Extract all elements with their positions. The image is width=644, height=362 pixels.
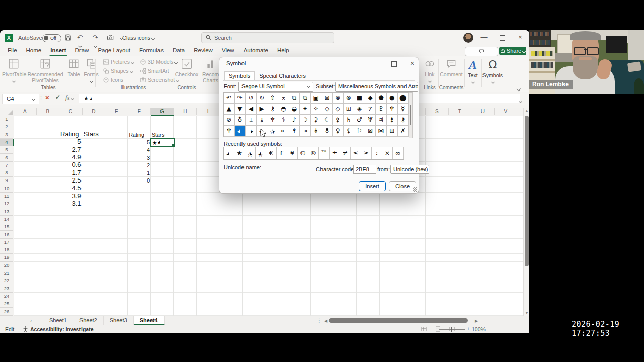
recent-symbol-cell[interactable]: ©	[298, 147, 308, 159]
tab-scroll-splitter[interactable]: ⋮	[317, 318, 322, 323]
ribbon-item-link[interactable]: Link	[422, 58, 438, 83]
column-header-C[interactable]: C	[59, 108, 83, 115]
sheet-tab-sheet1[interactable]: Sheet1	[43, 316, 73, 325]
symbol-cell[interactable]: ⊞	[387, 126, 398, 137]
select-all-corner[interactable]	[0, 108, 14, 116]
cell-C12[interactable]: 3.1	[59, 200, 83, 207]
symbol-cell[interactable]: ⚨	[321, 126, 333, 137]
cell-C4[interactable]: 5	[59, 138, 83, 145]
symbol-cell[interactable]: ⊘	[224, 115, 235, 126]
row-header-1[interactable]: 1	[0, 116, 13, 123]
symbol-cell[interactable]: ▼	[235, 104, 246, 115]
sheet-tab-sheet4[interactable]: Sheet4	[134, 316, 165, 325]
vertical-scroll-thumb[interactable]	[525, 116, 529, 266]
row-header-5[interactable]: 5	[0, 146, 13, 154]
cell-F7[interactable]: 2	[128, 162, 151, 169]
character-code-input[interactable]: 2BE8	[353, 165, 376, 174]
symbol-cell[interactable]: ⚳	[311, 115, 322, 126]
insert-button[interactable]: Insert	[359, 181, 386, 191]
row-header-12[interactable]: 12	[0, 200, 13, 208]
zoom-slider-thumb[interactable]	[451, 327, 452, 332]
ribbon-tab-insert[interactable]: Insert	[46, 45, 70, 56]
row-header-9[interactable]: 9	[0, 177, 13, 185]
symbol-cell[interactable]: ⚵	[387, 115, 398, 126]
symbol-cell[interactable]: ★	[246, 126, 257, 137]
symbol-cell[interactable]: ↟	[289, 126, 300, 137]
font-select[interactable]: Segoe UI Symbol	[238, 82, 313, 92]
cell-C9[interactable]: 2.5	[59, 176, 83, 184]
row-header-3[interactable]: 3	[0, 131, 13, 139]
symbol-cell[interactable]: ♂	[354, 115, 365, 126]
symbol-cell[interactable]: ◓	[278, 104, 289, 115]
hscroll-right-icon[interactable]: ▶	[475, 319, 478, 323]
row-header-7[interactable]: 7	[0, 162, 13, 169]
symbol-cell[interactable]: ♇	[376, 104, 387, 115]
recent-symbol-cell[interactable]: ™	[319, 147, 330, 159]
ribbon-tab-view[interactable]: View	[217, 45, 239, 56]
symbol-cell[interactable]: ♄	[344, 115, 355, 126]
ribbon-item-checkbox[interactable]: Checkbox	[172, 58, 201, 77]
row-header-19[interactable]: 19	[0, 254, 13, 261]
symbol-cell[interactable]: ◀	[246, 104, 257, 115]
column-header-D[interactable]: D	[83, 108, 106, 115]
formula-bar-expand-icon[interactable]	[519, 97, 522, 106]
ribbon-tab-review[interactable]: Review	[189, 45, 217, 56]
row-header-16[interactable]: 16	[0, 231, 13, 239]
ribbon-item-recommended-pivottables[interactable]: Recommended PivotTables	[25, 58, 65, 83]
close-button[interactable]: ×	[515, 33, 525, 41]
recent-symbol-cell[interactable]: ∞	[393, 147, 404, 159]
row-header-25[interactable]: 25	[0, 300, 13, 308]
redo-icon[interactable]: ↷	[91, 34, 100, 42]
row-header-22[interactable]: 22	[0, 277, 13, 285]
cell-D3[interactable]: Stars	[83, 130, 106, 138]
row-header-2[interactable]: 2	[0, 123, 13, 131]
dialog-close-icon[interactable]: ×	[407, 59, 418, 67]
symbol-cell[interactable]: ☆★	[267, 126, 278, 137]
symbol-cell[interactable]: ♀	[333, 126, 344, 137]
enter-icon[interactable]: ✓	[55, 94, 60, 101]
symbol-cell[interactable]: ⚷	[267, 104, 278, 115]
symbol-cell[interactable]: ♆	[387, 104, 398, 115]
horizontal-scroll-thumb[interactable]	[329, 318, 468, 323]
accessibility-status[interactable]: Accessibility: Investigate	[30, 326, 93, 332]
cell-G3[interactable]: Stars	[151, 131, 174, 139]
column-header-I[interactable]: I	[197, 108, 220, 115]
ribbon-tab-home[interactable]: Home	[22, 45, 46, 56]
row-headers[interactable]: 1234567891011121314151617181920212223242…	[0, 116, 14, 316]
recent-symbol-cell[interactable]: ☆★	[256, 147, 266, 159]
column-header-S[interactable]: S	[426, 108, 449, 115]
selected-cell-G4[interactable]: ★★	[150, 138, 175, 147]
row-header-21[interactable]: 21	[0, 269, 13, 277]
symbol-cell[interactable]: ♅	[365, 115, 376, 126]
column-header-U[interactable]: U	[471, 108, 495, 115]
recent-symbol-cell[interactable]: ★	[224, 147, 234, 159]
symbol-cell[interactable]: ⚸	[344, 126, 355, 137]
ribbon-item-table[interactable]: Table	[65, 58, 83, 77]
maximize-button[interactable]	[497, 35, 507, 42]
ribbon-item-smartart[interactable]: SmartArt	[140, 68, 169, 76]
ribbon-tab-data[interactable]: Data	[168, 45, 189, 56]
symbol-cell[interactable]: ⊠	[365, 126, 376, 137]
symbol-cell[interactable]: ⋈	[376, 126, 387, 137]
recent-symbol-cell[interactable]: ×	[382, 147, 393, 159]
zoom-slider[interactable]	[439, 329, 465, 330]
row-header-17[interactable]: 17	[0, 239, 13, 246]
search-input[interactable]: Search	[201, 32, 334, 43]
recent-symbol-cell[interactable]: ≠	[340, 147, 351, 159]
scroll-up-icon[interactable]: ▲	[524, 109, 529, 112]
symbol-cell[interactable]: ♁	[235, 115, 246, 126]
share-button[interactable]: Share	[499, 47, 526, 55]
ribbon-item-shapes[interactable]: Shapes	[103, 68, 133, 76]
symbol-cell[interactable]: ↷	[235, 93, 246, 104]
ribbon-item-text[interactable]: AText	[465, 58, 481, 84]
ribbon-item-comment[interactable]: Comment	[439, 58, 464, 77]
row-header-8[interactable]: 8	[0, 169, 13, 177]
row-header-20[interactable]: 20	[0, 262, 13, 269]
symbol-cell[interactable]: ☽	[300, 115, 311, 126]
fill-handle[interactable]	[172, 144, 175, 147]
symbol-cell[interactable]: ▣	[311, 93, 322, 104]
symbol-cell[interactable]: ♃	[376, 115, 387, 126]
ribbon-collapse-icon[interactable]	[517, 84, 520, 93]
cell-F8[interactable]: 1	[128, 169, 151, 177]
undo-icon[interactable]: ↶	[75, 34, 85, 42]
